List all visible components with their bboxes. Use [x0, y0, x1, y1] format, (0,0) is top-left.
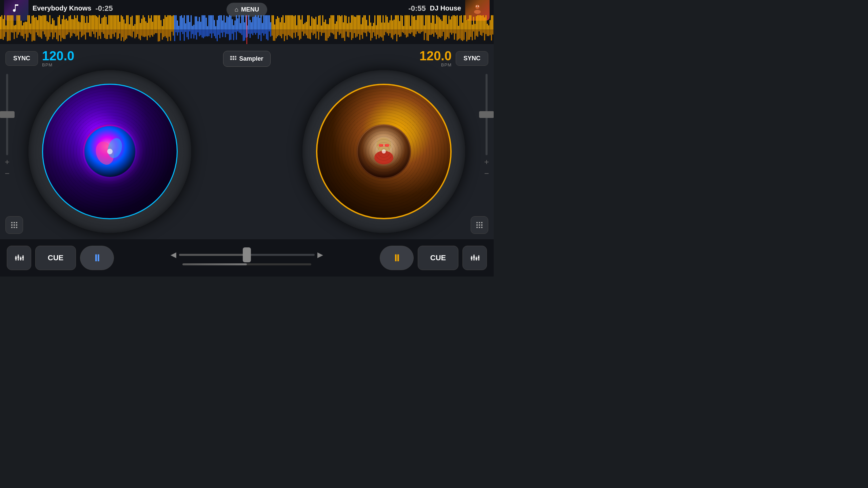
left-pitch-plus: +: [5, 157, 9, 167]
svg-rect-44: [17, 257, 19, 258]
svg-rect-38: [481, 227, 482, 228]
svg-rect-22: [235, 58, 236, 60]
menu-label: MENU: [241, 6, 259, 13]
crossfader-bar-fill: [182, 263, 247, 265]
right-record: [316, 84, 452, 219]
svg-rect-18: [233, 56, 234, 58]
svg-point-2: [476, 5, 477, 6]
right-pitch-plus: +: [484, 157, 489, 167]
top-bar: Everybody Knows -0:25 ⌂ MENU -0:55 DJ Ho…: [0, 0, 494, 44]
right-vinyl-lines: [317, 85, 450, 218]
svg-rect-14: [11, 227, 13, 228]
crossfader-right-arrow[interactable]: ▶: [317, 250, 323, 259]
left-track-name: Everybody Knows: [33, 4, 91, 12]
dj-portrait-icon: [471, 2, 484, 15]
bottom-controls: CUE ⏸ ◀ ▶ ⏸ CUE: [0, 239, 494, 277]
main-deck-area: SYNC 120.0 BPM + −: [0, 44, 494, 239]
right-track-timer: -0:55: [408, 4, 426, 13]
svg-rect-10: [16, 222, 17, 223]
right-pitch-thumb[interactable]: [479, 111, 494, 118]
left-track-timer: -0:25: [95, 4, 113, 13]
svg-rect-19: [235, 56, 236, 58]
right-pitch-slider[interactable]: [486, 74, 488, 155]
right-turntable-outer: [302, 70, 465, 233]
sampler-label: Sampler: [239, 55, 263, 62]
sampler-grid-icon: [230, 56, 236, 62]
right-deck: 120.0 BPM SYNC + −: [274, 44, 494, 239]
crossfader-track[interactable]: [179, 254, 315, 256]
crossfader-left-arrow[interactable]: ◀: [171, 250, 176, 259]
left-play-pause-button[interactable]: ⏸: [80, 246, 114, 270]
left-turntable[interactable]: [28, 70, 191, 233]
right-turntable[interactable]: [302, 70, 465, 233]
left-pitch-slider[interactable]: [6, 74, 8, 155]
right-sync-button[interactable]: SYNC: [456, 51, 488, 66]
right-play-pause-button[interactable]: ⏸: [380, 246, 414, 270]
left-record: [42, 84, 178, 219]
menu-button[interactable]: ⌂ MENU: [226, 3, 267, 17]
left-cue-button[interactable]: CUE: [35, 246, 76, 270]
crossfader-thumb[interactable]: [243, 247, 251, 262]
crossfader-progress-bar: [182, 263, 311, 265]
left-deck-top: SYNC 120.0 BPM: [0, 49, 220, 67]
right-bpm-display: 120.0 BPM: [419, 49, 452, 67]
right-grid-button[interactable]: [471, 216, 488, 234]
waveform-display[interactable]: // Will generate bars via JS below: [0, 15, 494, 44]
music-note-icon: [10, 2, 22, 15]
svg-rect-45: [20, 258, 22, 259]
sampler-button[interactable]: Sampler: [223, 51, 270, 67]
left-grid-button[interactable]: [5, 216, 23, 234]
crossfader-left-fill: [179, 254, 247, 256]
left-eq-icon: [14, 253, 24, 263]
svg-rect-46: [22, 257, 24, 258]
svg-rect-35: [481, 224, 482, 226]
home-icon: ⌂: [235, 6, 238, 13]
svg-rect-53: [475, 258, 477, 259]
svg-rect-16: [16, 227, 17, 228]
svg-rect-52: [473, 257, 475, 258]
left-turntable-outer: [28, 70, 191, 233]
svg-rect-31: [479, 222, 480, 223]
right-bpm-value: 120.0: [419, 49, 452, 62]
left-record-art: [84, 126, 135, 177]
right-eq-icon: [470, 253, 479, 263]
left-eq-button[interactable]: [7, 246, 31, 270]
crossfader-section: ◀ ▶: [118, 250, 376, 265]
svg-rect-11: [11, 224, 13, 226]
svg-point-7: [107, 149, 113, 154]
right-deck-top: 120.0 BPM SYNC: [274, 49, 494, 67]
svg-rect-43: [15, 258, 17, 259]
svg-rect-12: [14, 224, 15, 226]
svg-point-1: [474, 10, 481, 14]
left-bpm-value: 120.0: [42, 49, 74, 62]
svg-rect-34: [479, 224, 480, 226]
svg-rect-54: [478, 257, 479, 258]
left-bpm-display: 120.0 BPM: [42, 49, 74, 67]
svg-rect-15: [14, 227, 15, 228]
top-info-row: Everybody Knows -0:25 ⌂ MENU -0:55 DJ Ho…: [0, 0, 494, 15]
right-track-name: DJ House: [430, 4, 461, 12]
svg-rect-8: [11, 222, 13, 223]
left-pitch-minus: −: [5, 169, 9, 178]
svg-rect-33: [476, 224, 478, 226]
left-pause-icon: ⏸: [92, 252, 102, 264]
svg-point-3: [478, 5, 479, 6]
svg-rect-32: [481, 222, 482, 223]
left-bpm-label: BPM: [42, 62, 74, 67]
right-pause-icon: ⏸: [392, 252, 401, 264]
svg-rect-20: [230, 58, 232, 60]
svg-rect-9: [14, 222, 15, 223]
left-deck: SYNC 120.0 BPM + −: [0, 44, 220, 239]
left-grid-icon: [10, 221, 18, 229]
right-pitch-minus: −: [484, 169, 489, 178]
svg-rect-21: [233, 58, 234, 60]
left-pitch-thumb[interactable]: [0, 111, 15, 118]
crossfader-row: ◀ ▶: [118, 250, 376, 259]
svg-rect-17: [230, 56, 232, 58]
right-pitch-slider-area: + −: [484, 71, 489, 178]
right-eq-button[interactable]: [462, 246, 487, 270]
left-sync-button[interactable]: SYNC: [5, 51, 38, 66]
left-pitch-slider-area: + −: [5, 71, 9, 178]
svg-rect-36: [476, 227, 478, 228]
right-cue-button[interactable]: CUE: [418, 246, 458, 270]
